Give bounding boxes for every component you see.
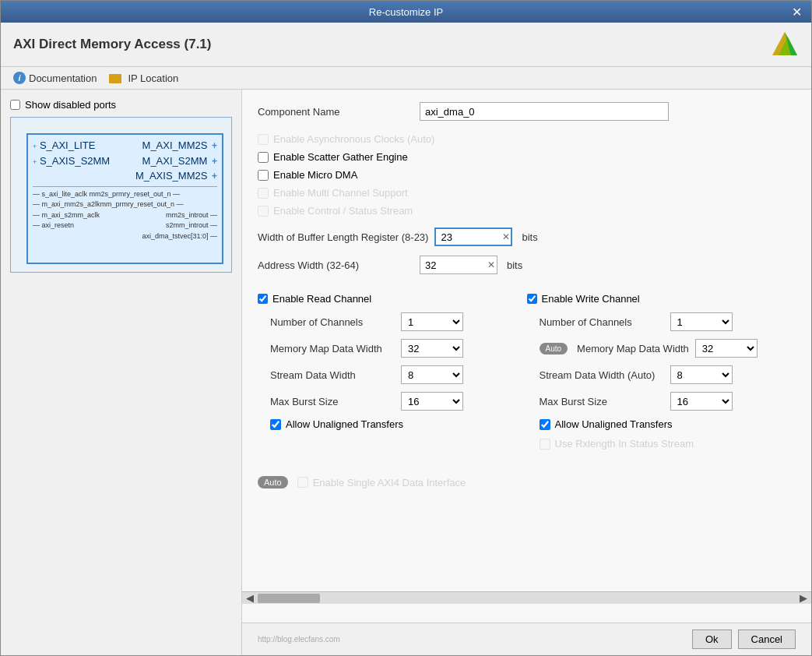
multi-channel-label: Enable Multi Channel Support xyxy=(258,187,796,199)
watermark-text: http://blog.elecfans.com xyxy=(258,635,340,644)
single-axi4-checkbox xyxy=(297,477,308,488)
write-channels-label: Number of Channels xyxy=(540,316,664,328)
read-memory-map-select[interactable]: 3264128 xyxy=(401,339,463,358)
signal-row-1: — s_axi_lite_aclk mm2s_prmry_reset_out_n… xyxy=(33,189,217,200)
buffer-length-input-wrapper: ✕ xyxy=(434,227,512,246)
write-channel-label: Enable Write Channel xyxy=(542,293,640,305)
port-s-axi-lite: + S_AXI_LITE xyxy=(33,138,95,153)
right-scroll-area: Component Name Enable Asynchronous Clock… xyxy=(242,90,811,622)
component-name-label: Component Name xyxy=(258,106,413,118)
window-title: Re-customize IP xyxy=(273,6,540,18)
read-memory-map-row: Memory Map Data Width 3264128 xyxy=(258,339,527,358)
scatter-gather-checkbox[interactable] xyxy=(258,152,269,163)
micro-dma-label[interactable]: Enable Micro DMA xyxy=(258,169,796,181)
horizontal-scrollbar[interactable]: ◀ ▶ xyxy=(242,591,811,604)
read-burst-select[interactable]: 163264 xyxy=(401,392,463,411)
app-title-row: AXI Direct Memory Access (7.1) xyxy=(13,30,799,58)
buffer-length-label: Width of Buffer Length Register (8-23) xyxy=(258,231,428,243)
micro-dma-checkbox[interactable] xyxy=(258,170,269,181)
port-row-1: + S_AXI_LITE M_AXI_MM2S + xyxy=(33,138,217,153)
documentation-link[interactable]: i Documentation xyxy=(13,72,97,84)
enable-read-checkbox[interactable] xyxy=(258,294,268,304)
write-stream-row: Stream Data Width (Auto) 8163264 xyxy=(527,365,796,384)
address-width-input-wrapper: ✕ xyxy=(420,256,497,274)
single-axi4-text: Enable Single AXI4 Data Interface xyxy=(313,477,466,488)
write-burst-select[interactable]: 163264 xyxy=(670,392,733,411)
read-allow-unaligned-checkbox[interactable] xyxy=(270,419,281,430)
address-width-clear[interactable]: ✕ xyxy=(487,259,495,270)
buffer-length-clear[interactable]: ✕ xyxy=(502,231,510,242)
read-channels-label: Number of Channels xyxy=(270,316,395,328)
write-allow-unaligned-checkbox[interactable] xyxy=(540,419,550,430)
write-memory-map-select[interactable]: 3264128 xyxy=(695,339,758,358)
read-allow-unaligned-row: Allow Unaligned Transfers xyxy=(258,418,527,430)
plus-icon-3: + xyxy=(212,171,217,182)
ip-location-label: IP Location xyxy=(128,72,178,84)
read-stream-row: Stream Data Width 8163264 xyxy=(258,365,527,384)
scatter-gather-label[interactable]: Enable Scatter Gather Engine xyxy=(258,151,796,163)
cancel-button[interactable]: Cancel xyxy=(738,630,796,649)
write-stream-label: Stream Data Width (Auto) xyxy=(540,369,664,381)
close-button[interactable]: ✕ xyxy=(789,5,805,19)
multi-channel-checkbox xyxy=(258,188,269,199)
write-allow-unaligned-row: Allow Unaligned Transfers xyxy=(527,418,796,430)
show-disabled-label[interactable]: Show disabled ports xyxy=(25,99,116,111)
scatter-gather-text: Enable Scatter Gather Engine xyxy=(273,151,408,163)
address-width-unit: bits xyxy=(507,259,522,271)
port-s-axis-s2mm: + S_AXIS_S2MM xyxy=(33,153,110,169)
control-status-label: Enable Control / Status Stream xyxy=(258,205,796,217)
signal-row-4: — axi_resetn s2mm_introut — xyxy=(33,220,217,231)
xilinx-logo xyxy=(771,30,799,58)
read-allow-unaligned-label[interactable]: Allow Unaligned Transfers xyxy=(270,418,403,430)
signal-row-2: — m_axi_mm2s_a2lkmm_prmry_reset_out_n — xyxy=(33,199,217,210)
write-channels-row: Number of Channels 124 xyxy=(527,312,796,331)
header: AXI Direct Memory Access (7.1) xyxy=(1,23,811,67)
buffer-length-unit: bits xyxy=(522,231,537,243)
port-m-axi-s2mm: M_AXI_S2MM + xyxy=(142,153,217,169)
use-rxlength-text: Use Rxlength In Status Stream xyxy=(555,438,694,450)
write-memory-map-label: Memory Map Data Width xyxy=(577,343,689,354)
enable-write-checkbox[interactable] xyxy=(527,294,537,304)
component-name-input[interactable] xyxy=(420,102,669,121)
left-panel: Show disabled ports + S_AXI_LITE M_AXI_M… xyxy=(1,90,242,655)
scroll-left-arrow[interactable]: ◀ xyxy=(242,592,258,604)
ok-button[interactable]: Ok xyxy=(692,630,732,649)
scroll-right-arrow[interactable]: ▶ xyxy=(796,592,811,604)
write-allow-unaligned-text: Allow Unaligned Transfers xyxy=(555,418,673,430)
show-disabled-row: Show disabled ports xyxy=(10,99,232,111)
auto-toggle[interactable]: Auto xyxy=(258,476,288,488)
signal-row-3: — m_axi_s2mm_aclk mm2s_introut — xyxy=(33,210,217,221)
plus-icon-2: + xyxy=(212,156,217,167)
port-m-axi-mm2s: M_AXI_MM2S + xyxy=(142,138,217,153)
auto-toggle-label: Auto xyxy=(264,478,282,487)
read-stream-select[interactable]: 8163264 xyxy=(401,365,463,384)
scatter-gather-row: Enable Scatter Gather Engine xyxy=(258,151,796,163)
auto-badge: Auto xyxy=(540,343,568,354)
read-channels-row: Number of Channels 124 xyxy=(258,312,527,331)
read-channel-header: Enable Read Channel xyxy=(258,293,527,305)
micro-dma-text: Enable Micro DMA xyxy=(273,169,357,181)
use-rxlength-row: Use Rxlength In Status Stream xyxy=(527,438,796,450)
write-burst-row: Max Burst Size 163264 xyxy=(527,392,796,411)
component-name-row: Component Name xyxy=(258,102,796,121)
async-clocks-text: Enable Asynchronous Clocks (Auto) xyxy=(273,133,434,145)
show-disabled-checkbox[interactable] xyxy=(10,100,20,110)
write-channels-select[interactable]: 124 xyxy=(670,312,733,331)
signal-row-5: axi_dma_tstvec[31:0] — xyxy=(33,231,217,242)
buffer-length-input[interactable] xyxy=(434,227,512,246)
hscroll-thumb[interactable] xyxy=(258,594,320,603)
read-burst-label: Max Burst Size xyxy=(270,396,395,407)
info-icon: i xyxy=(13,72,26,84)
use-rxlength-label: Use Rxlength In Status Stream xyxy=(540,438,694,450)
main-window: Re-customize IP ✕ AXI Direct Memory Acce… xyxy=(0,0,812,656)
write-stream-select[interactable]: 8163264 xyxy=(670,365,733,384)
multi-channel-text: Enable Multi Channel Support xyxy=(273,187,408,199)
address-width-input[interactable] xyxy=(420,256,497,274)
ip-location-link[interactable]: IP Location xyxy=(109,72,178,84)
write-allow-unaligned-label[interactable]: Allow Unaligned Transfers xyxy=(540,418,673,430)
footer-buttons: http://blog.elecfans.com Ok Cancel xyxy=(242,622,811,655)
async-clocks-row: Enable Asynchronous Clocks (Auto) xyxy=(258,133,796,145)
right-content[interactable]: Component Name Enable Asynchronous Clock… xyxy=(242,90,811,591)
read-channels-select[interactable]: 124 xyxy=(401,312,463,331)
toolbar: i Documentation IP Location xyxy=(1,67,811,90)
